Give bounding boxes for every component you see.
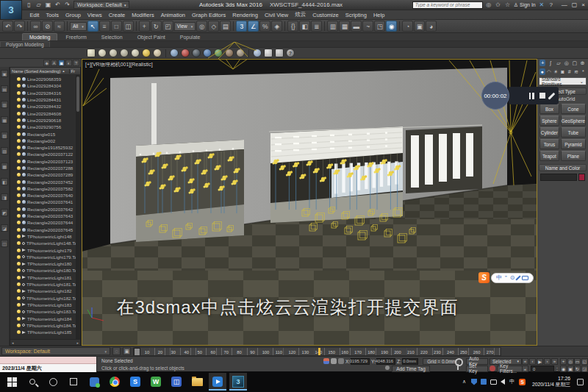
use-pivot-point-icon[interactable]: ◎ [196,21,207,32]
help-icon[interactable]: ? [548,1,555,8]
redo-icon[interactable]: ↷ [63,1,71,9]
select-and-move-icon[interactable]: + [139,21,150,32]
sogou-app-icon[interactable]: S [126,373,144,391]
listener-pane[interactable]: 2023/11/4 星期六 [0,364,96,372]
visibility-bulb-icon[interactable] [17,249,21,252]
frame-spinner[interactable]: : [556,366,558,371]
scene-object-row[interactable]: Rectangle2002037641 [10,199,80,205]
create-cylinder-button[interactable]: Cylinder [539,127,559,138]
schematic-view-icon[interactable]: ◳ [374,21,385,32]
z-coordinate-field[interactable]: 0.0mm [402,358,418,365]
scene-object-row[interactable]: TPhotometricLight180 [10,260,80,267]
ribbon-tab-populate[interactable]: Populate [173,34,207,40]
visibility-bulb-icon[interactable] [17,118,21,122]
visibility-bulb-icon[interactable] [17,324,21,327]
favorites-icon[interactable]: ✩ [495,1,502,8]
scene-object-row[interactable]: TPhotometricLight184.Target [10,322,80,329]
menu-create[interactable]: Create [105,12,129,18]
spinner-snap-icon[interactable]: ◈ [271,21,282,32]
notification-center-icon[interactable] [577,379,584,385]
key-filters-button[interactable]: Key Filters... [497,366,523,372]
ime-pen-icon[interactable] [516,275,521,280]
select-and-manipulate-icon[interactable]: ◇ [208,21,219,32]
explorer-display-icon[interactable]: ▣ [58,60,65,66]
ime-keyboard-icon[interactable] [522,276,528,280]
explorer-filter-icon-7[interactable]: ▩ [1,163,8,170]
display-tab-icon[interactable]: ▢ [572,60,578,66]
set-key-button[interactable]: Set Key [466,366,488,372]
ribbon-toggle-icon[interactable]: ▬ [351,21,362,32]
visibility-bulb-icon[interactable] [17,303,21,307]
menu-tools[interactable]: Tools [43,12,62,18]
explorer-sort-alpha-icon[interactable]: A [51,60,57,66]
visibility-bulb-icon[interactable] [17,228,21,232]
shapes-category-icon[interactable]: ◠ [546,68,552,75]
visibility-bulb-icon[interactable] [17,77,21,81]
render-setup-icon[interactable]: ◔ [402,21,413,32]
nav-button-top-2[interactable]: ◎ [567,358,574,365]
transport-button-2[interactable]: ‹ [529,358,536,365]
selection-lock-toggle-icon[interactable] [323,358,329,364]
shape-disc-icon[interactable] [120,49,129,57]
menu-views[interactable]: Views [84,12,105,18]
workspace-selector[interactable]: Workspace: Default▾ [74,1,129,9]
new-file-icon[interactable]: ▯ [25,1,33,9]
explorer-filter-icon-6[interactable]: ▨ [1,147,8,154]
scene-object-row[interactable]: Rectangle2002037288 [10,165,80,171]
create-sphere-button[interactable]: Sphere [539,115,559,126]
visibility-bulb-icon[interactable] [17,160,21,163]
application-menu-button[interactable]: 3 [0,0,22,20]
scene-object-row[interactable]: Line2029284431 [10,96,80,103]
scene-object-row[interactable]: Rectangle2002037645 [10,227,80,233]
menu-animation[interactable]: Animation [157,12,188,18]
explorer-filter-icon-8[interactable]: ◧ [1,178,8,185]
key-mode-icon[interactable] [490,366,495,371]
visibility-bulb-icon[interactable] [17,166,21,170]
visibility-bulb-icon[interactable] [17,276,21,279]
visibility-bulb-icon[interactable] [17,282,21,286]
selection-filter-dropdown[interactable]: All▾ [70,22,87,31]
window-crossing-icon[interactable]: ◫ [123,21,134,32]
current-frame-field[interactable]: 0 [531,366,554,372]
sun-light-icon[interactable] [142,49,151,57]
shape-box-icon[interactable] [87,49,96,57]
explorer-filter-icon-10[interactable]: ◩ [1,209,8,216]
explorer-filter-icon-5[interactable]: ▧ [1,132,8,139]
open-file-icon[interactable]: ▱ [35,1,43,9]
scene-object-row[interactable]: TPhotometricLight183 [10,302,80,308]
time-slider-thumb[interactable] [134,348,140,356]
select-object-icon[interactable]: ↖ [87,21,98,32]
sogou-logo-icon[interactable]: S [478,272,490,283]
ime-emoji-icon[interactable]: ⊙ [510,274,515,281]
transport-button-4[interactable]: › [544,358,551,365]
scene-object-row[interactable]: TPhotometricLight183.Target [10,308,80,315]
scene-object-row[interactable]: Rectangle002 [10,138,80,144]
nav-button-bottom-3[interactable]: ↻ [574,366,581,372]
macro-recorder-pane[interactable] [0,357,96,364]
create-torus-button[interactable]: Torus [539,139,559,149]
render-production-icon[interactable]: ◕ [426,21,437,32]
visibility-bulb-icon[interactable] [17,317,21,321]
isolate-selection-icon[interactable]: ◌ [112,347,121,355]
unlink-selection-icon[interactable]: ⊘ [42,21,53,32]
menu-graph-editors[interactable]: Graph Editors [189,12,229,18]
menu-group[interactable]: Group [62,12,84,18]
visibility-bulb-icon[interactable] [17,200,21,204]
nav-button-bottom-4[interactable]: ◲ [581,366,588,372]
scene-object-row[interactable]: Rectangle2002037122 [10,151,80,157]
object-color-swatch[interactable] [578,174,585,181]
close-button[interactable]: × [581,1,585,8]
ime-chinese-icon[interactable]: 中 [496,274,502,282]
transport-button-5[interactable]: » [551,358,558,365]
scene-object-row[interactable]: TPhotometricLight179.Target [10,254,80,260]
shape-dome-icon[interactable] [98,49,107,57]
visibility-bulb-icon[interactable] [17,214,21,218]
maximize-button[interactable]: ▢ [572,1,578,8]
animal-preset-icon[interactable] [225,49,234,57]
explorer-horizontal-scrollbar[interactable]: ◂▸ [10,339,80,345]
foliage-tool-icon[interactable] [214,49,223,57]
select-and-scale-icon[interactable]: ◰ [162,21,173,32]
workspace-selector-bottom[interactable]: Workspace: Default▾ [1,347,110,355]
scene-object-row[interactable]: Line2029290756 [10,124,80,130]
explorer-filter-icon-12[interactable]: ◫ [1,240,8,247]
